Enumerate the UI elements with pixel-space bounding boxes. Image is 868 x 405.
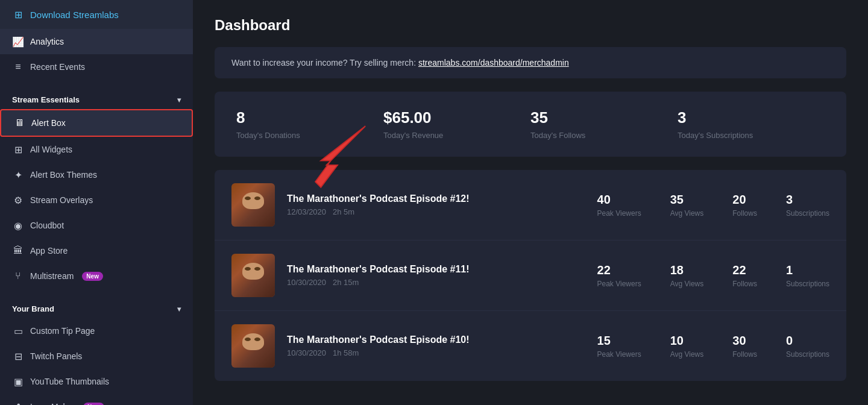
stream-avg-views-0: 35 Avg Views xyxy=(670,193,704,218)
page-title: Dashboard xyxy=(215,17,846,34)
cloudbot-icon: ◉ xyxy=(12,219,24,231)
tip-page-icon: ▭ xyxy=(12,325,24,337)
app-store-icon: 🏛 xyxy=(12,245,24,257)
logo-maker-new-badge: New xyxy=(83,403,104,406)
sidebar-download-label: Download Streamlabs xyxy=(30,10,119,20)
analytics-icon: 📈 xyxy=(12,36,24,48)
stream-follows-0: 20 Follows xyxy=(732,193,757,218)
table-row[interactable]: The Marathoner's Podcast Episode #11! 10… xyxy=(215,240,846,311)
stream-stats-2: 15 Peak Viewers 10 Avg Views 30 Follows … xyxy=(597,334,829,359)
stream-meta-0: 12/03/2020 2h 5m xyxy=(287,207,585,216)
donations-value: 8 xyxy=(236,108,383,127)
stream-subscriptions-0: 3 Subscriptions xyxy=(786,193,829,218)
stream-title-2: The Marathoner's Podcast Episode #10! xyxy=(287,334,585,345)
stream-title-0: The Marathoner's Podcast Episode #12! xyxy=(287,193,585,204)
stream-stats-1: 22 Peak Viewers 18 Avg Views 22 Follows … xyxy=(597,263,829,288)
main-content: Dashboard Want to increase your income? … xyxy=(193,0,868,405)
stream-info-2: The Marathoner's Podcast Episode #10! 10… xyxy=(287,334,585,357)
stream-stats-0: 40 Peak Viewers 35 Avg Views 20 Follows … xyxy=(597,193,829,218)
sidebar-cloudbot-label: Cloudbot xyxy=(30,221,64,230)
logo-maker-icon: ✿ xyxy=(12,401,24,405)
table-row[interactable]: The Marathoner's Podcast Episode #12! 12… xyxy=(215,170,846,240)
subscriptions-label: Today's Subscriptions xyxy=(678,131,825,140)
widgets-icon: ⊞ xyxy=(12,143,24,155)
sidebar-item-all-widgets[interactable]: ⊞ All Widgets xyxy=(0,137,193,162)
sidebar-twitch-panels-label: Twitch Panels xyxy=(30,351,82,361)
sidebar-your-brand-header: Your Brand xyxy=(0,296,193,318)
chevron-down-icon xyxy=(177,95,181,104)
sidebar-item-download[interactable]: ⊞ Download Streamlabs xyxy=(0,0,193,29)
stream-meta-2: 10/30/2020 1h 58m xyxy=(287,348,585,357)
stream-info-1: The Marathoner's Podcast Episode #11! 10… xyxy=(287,264,585,287)
your-brand-chevron-icon xyxy=(177,304,181,313)
table-row[interactable]: The Marathoner's Podcast Episode #10! 10… xyxy=(215,311,846,381)
stream-meta-1: 10/30/2020 2h 15m xyxy=(287,278,585,287)
sidebar-stream-overlays-label: Stream Overlays xyxy=(30,195,93,205)
sidebar-item-analytics[interactable]: 📈 Analytics xyxy=(0,29,193,54)
sidebar: ⊞ Download Streamlabs 📈 Analytics ≡ Rece… xyxy=(0,0,193,405)
banner-link[interactable]: streamlabs.com/dashboard/merchadmin xyxy=(418,58,569,68)
stream-peak-viewers-2: 15 Peak Viewers xyxy=(597,334,641,359)
stats-row: 8 Today's Donations $65.00 Today's Reven… xyxy=(215,92,846,157)
sidebar-multistream-label: Multistream xyxy=(30,271,74,281)
sidebar-item-cloudbot[interactable]: ◉ Cloudbot xyxy=(0,213,193,238)
alert-box-icon: 🖥 xyxy=(13,117,25,129)
sidebar-analytics-label: Analytics xyxy=(30,37,64,46)
stream-avg-views-2: 10 Avg Views xyxy=(670,334,704,359)
multistream-new-badge: New xyxy=(82,272,103,281)
stream-subscriptions-1: 1 Subscriptions xyxy=(786,263,829,288)
follows-value: 35 xyxy=(530,108,678,127)
stream-thumbnail-0 xyxy=(231,183,275,227)
stream-follows-2: 30 Follows xyxy=(732,334,757,359)
merch-banner: Want to increase your income? Try sellin… xyxy=(215,47,846,78)
sidebar-item-twitch-panels[interactable]: ⊟ Twitch Panels xyxy=(0,344,193,369)
overlays-icon: ⚙ xyxy=(12,194,24,206)
stream-thumbnail-image-2 xyxy=(231,324,275,368)
sidebar-stream-essentials-header: Stream Essentials xyxy=(0,87,193,109)
twitch-panels-icon: ⊟ xyxy=(12,350,24,362)
sidebar-item-alert-box-themes[interactable]: ✦ Alert Box Themes xyxy=(0,162,193,187)
sidebar-item-stream-overlays[interactable]: ⚙ Stream Overlays xyxy=(0,187,193,213)
sidebar-custom-tip-page-label: Custom Tip Page xyxy=(30,326,95,336)
revenue-label: Today's Revenue xyxy=(383,131,530,140)
sidebar-alert-box-label: Alert Box xyxy=(31,118,66,128)
sidebar-logo-maker-label: Logo Maker xyxy=(30,402,75,405)
stream-thumbnail-image-1 xyxy=(231,254,275,297)
stream-thumbnail-image-0 xyxy=(231,183,275,227)
sidebar-item-alert-box[interactable]: 🖥 Alert Box xyxy=(0,109,193,137)
stream-follows-1: 22 Follows xyxy=(732,263,757,288)
list-icon: ≡ xyxy=(12,61,24,73)
banner-text: Want to increase your income? Try sellin… xyxy=(231,58,416,68)
sidebar-item-multistream[interactable]: ⑂ Multistream New xyxy=(0,263,193,289)
revenue-value: $65.00 xyxy=(383,108,530,127)
sidebar-item-logo-maker[interactable]: ✿ Logo Maker New xyxy=(0,394,193,405)
stream-avg-views-1: 18 Avg Views xyxy=(670,263,704,288)
sidebar-item-youtube-thumbnails[interactable]: ▣ YouTube Thumbnails xyxy=(0,369,193,394)
stat-subscriptions: 3 Today's Subscriptions xyxy=(678,108,825,140)
sidebar-item-custom-tip-page[interactable]: ▭ Custom Tip Page xyxy=(0,318,193,344)
stream-thumbnail-2 xyxy=(231,324,275,368)
windows-icon: ⊞ xyxy=(12,8,24,20)
donations-label: Today's Donations xyxy=(236,131,383,140)
streams-list: The Marathoner's Podcast Episode #12! 12… xyxy=(215,170,846,381)
stream-title-1: The Marathoner's Podcast Episode #11! xyxy=(287,264,585,275)
sidebar-item-app-store[interactable]: 🏛 App Store xyxy=(0,238,193,263)
sidebar-alert-box-themes-label: Alert Box Themes xyxy=(30,170,97,180)
stream-thumbnail-1 xyxy=(231,254,275,297)
stream-info-0: The Marathoner's Podcast Episode #12! 12… xyxy=(287,193,585,216)
sidebar-item-recent-events[interactable]: ≡ Recent Events xyxy=(0,54,193,80)
stat-donations: 8 Today's Donations xyxy=(236,108,383,140)
stream-subscriptions-2: 0 Subscriptions xyxy=(786,334,829,359)
stream-peak-viewers-0: 40 Peak Viewers xyxy=(597,193,641,218)
stat-follows: 35 Today's Follows xyxy=(530,108,678,140)
sidebar-app-store-label: App Store xyxy=(30,246,68,256)
youtube-thumbnails-icon: ▣ xyxy=(12,375,24,388)
stream-peak-viewers-1: 22 Peak Viewers xyxy=(597,263,641,288)
sidebar-all-widgets-label: All Widgets xyxy=(30,145,72,154)
multistream-icon: ⑂ xyxy=(12,270,24,282)
sidebar-youtube-thumbnails-label: YouTube Thumbnails xyxy=(30,377,109,386)
subscriptions-value: 3 xyxy=(678,108,825,127)
stat-revenue: $65.00 Today's Revenue xyxy=(383,108,530,140)
themes-icon: ✦ xyxy=(12,169,24,181)
sidebar-recent-events-label: Recent Events xyxy=(30,62,85,72)
